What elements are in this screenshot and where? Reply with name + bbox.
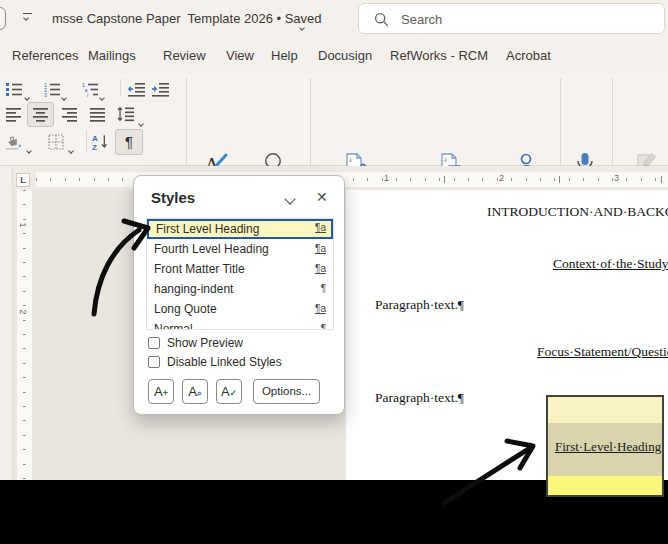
align-left-icon[interactable] [5,106,23,124]
styles-pane-title: Styles [151,189,195,206]
increase-indent-icon[interactable] [151,80,169,98]
doc-heading-introduction[interactable]: INTRODUCTION·AND·BACKGROUND [487,204,668,220]
linked-style-icon: ¶a [315,220,326,236]
horizontal-ruler: 1 2 3 [36,172,668,187]
doc-first-level-heading[interactable]: First·Level·Heading [555,439,661,455]
tab-review[interactable]: Review [163,48,206,63]
show-preview-checkbox[interactable]: Show Preview [148,336,243,350]
linked-style-icon: ¶a [315,239,326,259]
svg-text:Z: Z [92,142,97,149]
h-ruler-number: 1 [384,173,389,183]
doc-paragraph-text-2[interactable]: Paragraph·text.¶ [375,390,464,406]
styles-pane: Styles ✕ First Level Heading ¶a Fourth L… [133,175,345,415]
align-right-icon[interactable] [61,106,79,124]
v-ruler-number: 2 [18,309,28,314]
style-item-normal[interactable]: Normal ¶ [147,319,333,330]
tab-view[interactable]: View [226,48,254,63]
tab-refworks[interactable]: RefWorks - RCM [390,48,488,63]
search-placeholder: Search [401,12,442,27]
shading-dropdown-icon[interactable] [27,139,31,157]
tab-acrobat[interactable]: Acrobat [506,48,551,63]
linked-style-icon: ¶a [315,259,326,279]
h-ruler-number: 3 [614,173,619,183]
manage-styles-button[interactable]: A✓ [216,379,242,404]
checkbox-icon[interactable] [148,356,160,368]
svg-text:λ: λ [443,157,447,163]
numbered-list-icon[interactable]: 123 [43,80,61,98]
style-item-hanging-indent[interactable]: hanging-indent ¶ [147,279,333,299]
ribbon: 123 1ai [0,74,668,166]
search-input[interactable]: Search [358,3,665,34]
annotation-callout-box: First·Level·Heading [546,395,664,497]
svg-text:λ: λ [348,157,352,163]
bullet-list-icon[interactable] [5,80,23,98]
doc-subheading-context[interactable]: Context·of·the·Study [553,256,668,272]
borders-dropdown-icon[interactable] [69,139,73,157]
checkbox-icon[interactable] [148,337,160,349]
align-center-icon[interactable] [32,106,50,124]
linked-style-icon: ¶a [315,299,326,319]
styles-pane-close-icon[interactable]: ✕ [316,189,328,205]
title-bar: msse Capstone Paper Template 2026 • Save… [0,0,668,38]
h-ruler-number: 2 [499,173,504,183]
v-ruler-number: 1 [18,222,28,227]
tab-docusign[interactable]: Docusign [318,48,372,63]
search-icon [374,12,389,31]
disable-linked-styles-checkbox[interactable]: Disable Linked Styles [148,355,282,369]
document-title: msse Capstone Paper Template 2026 • Save… [52,11,322,26]
borders-icon[interactable] [47,133,65,151]
highlight-strip [548,476,662,495]
style-item-fourth-level-heading[interactable]: Fourth Level Heading ¶a [147,239,333,259]
styles-pane-collapse-icon[interactable] [284,193,295,204]
line-spacing-icon[interactable] [117,105,135,123]
shading-icon[interactable] [5,133,23,151]
styles-list: First Level Heading ¶a Fourth Level Head… [146,218,334,330]
new-style-button[interactable]: A+ [148,379,174,404]
ribbon-options-icon[interactable] [22,13,34,23]
line-spacing-dropdown-icon[interactable] [139,112,143,130]
decrease-indent-icon[interactable] [127,80,145,98]
doc-paragraph-text-1[interactable]: Paragraph·text.¶ [375,297,464,313]
sort-icon[interactable]: AZ [92,132,110,150]
justify-icon[interactable] [89,106,107,124]
vertical-ruler: 1 2 [17,190,32,480]
doc-subheading-focus[interactable]: Focus·Statement/Questions [537,344,668,360]
style-item-long-quote[interactable]: Long Quote ¶a [147,299,333,319]
window-left-edge [0,166,13,480]
options-button[interactable]: Options... [253,379,320,404]
style-item-front-matter-title[interactable]: Front Matter Title ¶a [147,259,333,279]
tab-references[interactable]: References [12,48,78,63]
paragraph-style-icon: ¶ [321,319,326,330]
ribbon-tab-row: References Mailings Review View Help Doc… [0,38,668,74]
pilcrow-icon[interactable]: ¶ [120,132,138,150]
style-inspector-button[interactable]: A⌕ [182,379,208,404]
tab-help[interactable]: Help [271,48,298,63]
autosave-toggle-icon[interactable] [0,7,6,30]
word-window: msse Capstone Paper Template 2026 • Save… [0,0,668,544]
multilevel-list-icon[interactable]: 1ai [81,80,99,98]
tab-mailings[interactable]: Mailings [88,48,136,63]
title-dropdown-icon[interactable] [300,16,304,34]
paragraph-style-icon: ¶ [321,279,326,299]
tab-stop-selector[interactable]: L [16,173,30,187]
numbered-list-dropdown-icon[interactable] [62,86,66,104]
style-item-first-level-heading[interactable]: First Level Heading ¶a [147,219,333,239]
svg-text:i: i [87,91,88,96]
multilevel-list-dropdown-icon[interactable] [100,86,104,104]
svg-text:3: 3 [44,91,47,96]
